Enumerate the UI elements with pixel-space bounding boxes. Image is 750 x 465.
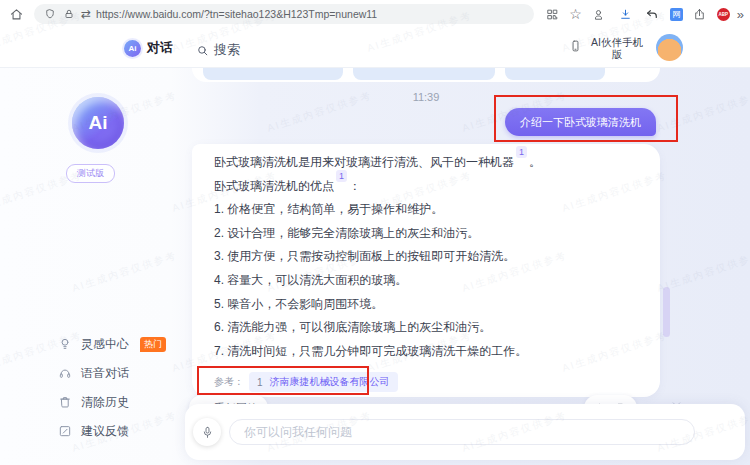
- answer-list-item: 2. 设计合理，能够完全清除玻璃上的灰尘和油污。: [214, 222, 660, 246]
- tab-chat-label: 对话: [147, 39, 173, 57]
- suggestion-chip[interactable]: [203, 68, 343, 80]
- ai-mini-logo-icon: Ai: [124, 40, 141, 57]
- shield-icon[interactable]: [43, 4, 57, 24]
- answer-paragraph: 卧式玻璃清洗机是用来对玻璃进行清洗、风干的一种机器1。: [214, 151, 660, 175]
- undo-arrow-icon[interactable]: [643, 4, 663, 24]
- ai-logo: Ai: [72, 97, 124, 149]
- mobile-app-link[interactable]: AI伙伴手机版: [568, 36, 646, 60]
- answer-list-item: 7. 清洗时间短，只需几分钟即可完成玻璃清洗干燥的工作。: [214, 340, 660, 364]
- microphone-button[interactable]: [193, 418, 221, 446]
- avatar[interactable]: [656, 34, 683, 61]
- adblock-icon[interactable]: ABP: [717, 8, 730, 21]
- beta-badge: 测试版: [66, 164, 115, 183]
- home-icon[interactable]: [6, 4, 26, 24]
- answer-paragraph: 卧式玻璃清洗机的优点1：: [214, 175, 660, 199]
- trash-icon: [58, 395, 72, 409]
- answer-list-item: 6. 清洗能力强，可以彻底清除玻璃上的灰尘和油污。: [214, 316, 660, 340]
- browser-extension-icons: ☆ 网 ABP »: [542, 4, 744, 24]
- user-stamp-icon[interactable]: [589, 4, 609, 24]
- tab-search-label: 搜索: [214, 41, 240, 59]
- browser-toolbar: ⇄ https://www.baidu.com/?tn=sitehao123&H…: [0, 0, 750, 28]
- search-icon: [195, 40, 209, 60]
- sidebar-item-voice-chat[interactable]: 语音对话: [58, 365, 166, 381]
- tab-chat[interactable]: Ai 对话: [124, 39, 173, 57]
- phone-icon: [568, 36, 582, 56]
- answer-list-item: 5. 噪音小，不会影响周围环境。: [214, 293, 660, 317]
- message-input-bar: [185, 404, 745, 460]
- chat-input[interactable]: [229, 419, 695, 445]
- qr-code-icon[interactable]: [542, 4, 562, 24]
- edit-square-icon: [58, 424, 72, 438]
- mobile-app-label: AI伙伴手机版: [588, 36, 646, 60]
- download-icon[interactable]: [616, 4, 636, 24]
- url-text[interactable]: https://www.baidu.com/?tn=sitehao123&H12…: [96, 8, 377, 20]
- headset-icon: [58, 366, 72, 380]
- reference-index: 1: [257, 377, 263, 388]
- overflow-chevrons-icon[interactable]: »: [737, 8, 744, 21]
- answer-list-item: 1. 价格便宜，结构简单，易于操作和维护。: [214, 198, 660, 222]
- answer-text: 卧式玻璃清洗机的优点: [214, 179, 334, 193]
- sidebar-item-label: 清除历史: [81, 394, 129, 411]
- lightbulb-icon: [58, 337, 72, 351]
- reference-label: 参考：: [214, 375, 244, 389]
- user-message-bubble: 介绍一下卧式玻璃清洗机: [505, 108, 656, 136]
- sidebar-item-clear-history[interactable]: 清除历史: [58, 394, 166, 410]
- sidebar-menu: 灵感中心 热门 语音对话 清除历史 建议反馈: [58, 336, 166, 439]
- reference-row: 参考： 1 济南康捷机械设备有限公司: [214, 372, 398, 392]
- sidebar-item-label: 灵感中心: [81, 336, 129, 353]
- baidu-ai-chat-page: ⇄ https://www.baidu.com/?tn=sitehao123&H…: [0, 0, 750, 465]
- sidebar-item-label: 建议反馈: [81, 423, 129, 440]
- share-upload-icon[interactable]: [690, 4, 710, 24]
- hot-badge: 热门: [140, 337, 166, 352]
- sidebar-item-inspiration[interactable]: 灵感中心 热门: [58, 336, 166, 352]
- answer-list-item: 3. 使用方便，只需按动控制面板上的按钮即可开始清洗。: [214, 245, 660, 269]
- address-bar[interactable]: ⇄ https://www.baidu.com/?tn=sitehao123&H…: [34, 4, 534, 24]
- net-extension-icon[interactable]: 网: [670, 8, 683, 21]
- suggestion-chip[interactable]: [505, 68, 605, 80]
- star-bookmark-icon[interactable]: ☆: [569, 7, 582, 21]
- scrollbar-thumb[interactable]: [663, 287, 670, 337]
- previous-message-card: [192, 68, 660, 82]
- answer-list-item: 4. 容量大，可以清洗大面积的玻璃。: [214, 269, 660, 293]
- message-timestamp: 11:39: [192, 91, 660, 103]
- ai-answer-bubble: 卧式玻璃清洗机是用来对玻璃进行清洗、风干的一种机器1。 卧式玻璃清洗机的优点1：…: [192, 144, 660, 397]
- sidebar-item-label: 语音对话: [81, 365, 129, 382]
- answer-text: 。: [529, 155, 541, 169]
- reference-pill[interactable]: 1 济南康捷机械设备有限公司: [249, 372, 398, 392]
- sidebar-item-feedback[interactable]: 建议反馈: [58, 423, 166, 439]
- swap-arrows-icon[interactable]: ⇄: [81, 8, 91, 20]
- answer-text: ：: [349, 179, 361, 193]
- tab-search[interactable]: 搜索: [195, 40, 240, 60]
- citation-marker[interactable]: 1: [516, 146, 527, 158]
- answer-text: 卧式玻璃清洗机是用来对玻璃进行清洗、风干的一种机器: [214, 155, 514, 169]
- suggestion-chip[interactable]: [353, 68, 495, 80]
- citation-marker[interactable]: 1: [336, 170, 347, 182]
- lock-icon[interactable]: [62, 4, 76, 24]
- reference-source-link[interactable]: 济南康捷机械设备有限公司: [270, 375, 390, 389]
